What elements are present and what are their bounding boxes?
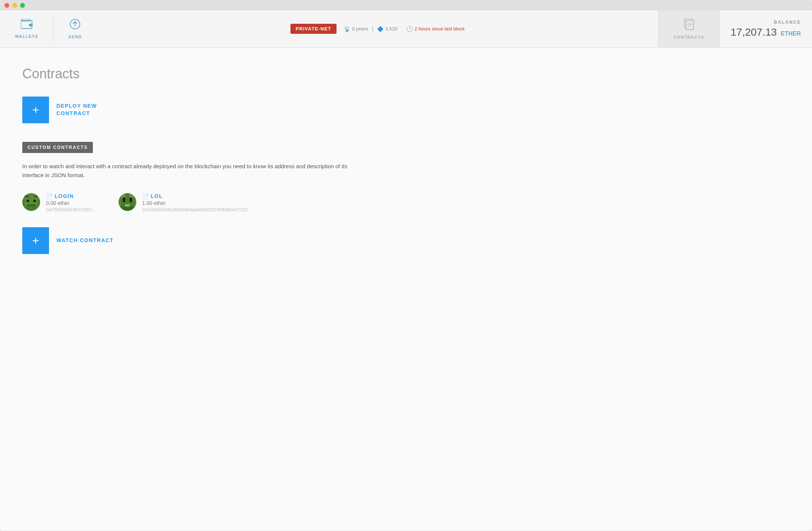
contract-address-lol: 0x2059d5264Ea6554bb4ea669A032Df08cB0A472… <box>142 207 247 212</box>
file-icon-lol: 📄 <box>142 193 149 199</box>
contract-item-login[interactable]: 📄 LOGIN 0.00 ether 0xf7B06365E9012592c..… <box>22 193 96 212</box>
title-bar <box>0 0 812 10</box>
contract-info-login: 📄 LOGIN 0.00 ether 0xf7B06365E9012592c..… <box>46 193 96 212</box>
blocks-icon: 🔷 <box>377 26 383 32</box>
page-title: Contracts <box>22 66 790 82</box>
watch-contract-button[interactable]: + WATCH CONTRACT <box>22 227 790 254</box>
wallets-label: WALLETS <box>15 34 38 39</box>
contract-name-lol: LOL <box>151 193 163 199</box>
contract-balance-lol: 1.00 ether <box>142 200 247 206</box>
contract-avatar-login <box>22 193 40 211</box>
svg-rect-6 <box>686 20 694 30</box>
svg-rect-12 <box>33 195 38 198</box>
balance-label: BALANCE <box>774 20 801 25</box>
header: WALLETS SEND PRIVATE-NET 📡 0 peers | <box>0 10 812 48</box>
contract-balance-login: 0.00 ether <box>46 200 96 206</box>
nav-wallets[interactable]: WALLETS <box>0 10 53 47</box>
contract-info-lol: 📄 LOL 1.00 ether 0x2059d5264Ea6554bb4ea6… <box>142 193 247 212</box>
blocks-status: 🔷 3,520 <box>377 26 397 32</box>
contract-name-login: LOGIN <box>55 193 74 199</box>
clock-icon: 🕐 <box>406 26 413 32</box>
balance-row: 17,207.13 ETHER <box>731 26 801 38</box>
nav-send[interactable]: SEND <box>53 10 97 47</box>
contract-address-login: 0xf7B06365E9012592c... <box>46 207 96 212</box>
svg-rect-16 <box>22 200 25 206</box>
svg-rect-26 <box>118 198 121 206</box>
deploy-plus-icon: + <box>22 97 49 123</box>
svg-rect-21 <box>130 193 134 198</box>
watch-label: WATCH CONTRACT <box>56 237 114 244</box>
maximize-button[interactable] <box>20 3 25 8</box>
send-label: SEND <box>68 35 82 39</box>
deploy-label: DEPLOY NEW CONTRACT <box>56 102 97 117</box>
custom-contracts-section: CUSTOM CONTRACTS In order to watch and i… <box>22 142 790 254</box>
svg-rect-27 <box>134 198 136 206</box>
main-content: Contracts + DEPLOY NEW CONTRACT CUSTOM C… <box>0 48 812 530</box>
contracts-list: 📄 LOGIN 0.00 ether 0xf7B06365E9012592c..… <box>22 193 790 212</box>
custom-contracts-header: CUSTOM CONTRACTS <box>22 142 93 153</box>
peers-icon: 📡 <box>344 26 350 32</box>
svg-rect-20 <box>121 193 125 198</box>
svg-rect-24 <box>125 204 130 206</box>
deploy-contract-button[interactable]: + DEPLOY NEW CONTRACT <box>22 97 790 123</box>
custom-contracts-description: In order to watch and interact with a co… <box>22 162 357 180</box>
svg-rect-14 <box>33 200 36 202</box>
contracts-nav-label: CONTRACTS <box>673 35 704 39</box>
svg-rect-17 <box>38 200 40 206</box>
send-icon <box>69 19 81 32</box>
svg-rect-22 <box>123 198 125 202</box>
network-status: PRIVATE-NET 📡 0 peers | 🔷 3,520 | 🕐 2 ho… <box>97 10 659 47</box>
contract-item-lol[interactable]: 📄 LOL 1.00 ether 0x2059d5264Ea6554bb4ea6… <box>118 193 247 212</box>
watch-plus-icon: + <box>22 227 49 254</box>
close-button[interactable] <box>4 3 9 8</box>
balance-amount: 17,207.13 <box>731 26 777 38</box>
app-window: WALLETS SEND PRIVATE-NET 📡 0 peers | <box>0 0 812 531</box>
minimize-button[interactable] <box>12 3 17 8</box>
file-icon-login: 📄 <box>46 193 52 199</box>
sync-status: 🕐 2 hours since last block <box>406 26 465 32</box>
contract-avatar-lol <box>118 193 136 211</box>
network-badge: PRIVATE-NET <box>290 24 337 34</box>
peers-status: 📡 0 peers <box>344 26 368 32</box>
wallets-icon <box>21 19 33 32</box>
balance-currency: ETHER <box>781 30 801 37</box>
svg-rect-23 <box>130 198 132 202</box>
svg-rect-25 <box>121 206 134 211</box>
balance-section: BALANCE 17,207.13 ETHER <box>720 10 812 47</box>
svg-rect-2 <box>29 24 33 26</box>
svg-rect-15 <box>27 204 36 206</box>
svg-rect-13 <box>27 200 29 202</box>
nav-contracts[interactable]: CONTRACTS <box>658 10 720 47</box>
contracts-nav-icon <box>683 19 694 33</box>
svg-rect-11 <box>25 195 29 198</box>
svg-rect-18 <box>25 206 38 211</box>
